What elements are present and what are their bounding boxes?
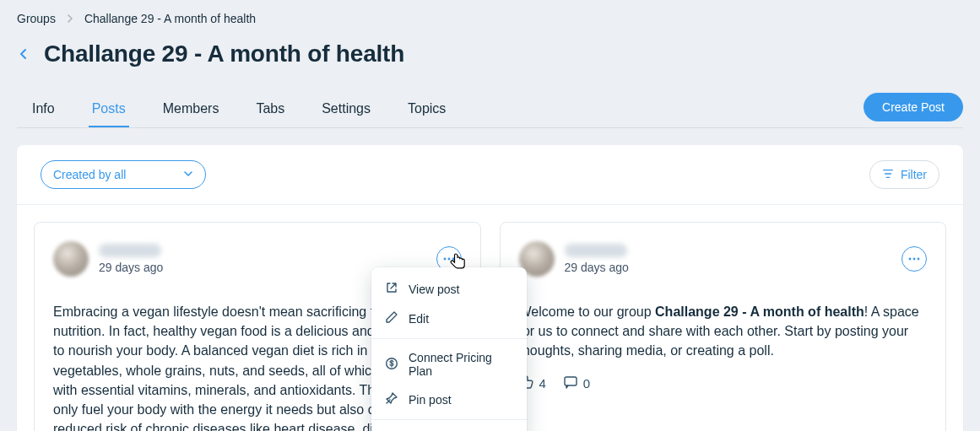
svg-point-1 (447, 258, 450, 261)
menu-label: View post (409, 283, 459, 296)
menu-separator (371, 419, 527, 420)
svg-point-2 (452, 258, 454, 261)
filter-label: Filter (901, 168, 927, 181)
svg-point-4 (913, 258, 916, 261)
back-button[interactable] (17, 47, 30, 61)
menu-delete[interactable]: Delete (371, 425, 527, 431)
post-timestamp: 29 days ago (99, 261, 163, 274)
comment-button[interactable]: 0 (563, 374, 590, 392)
comment-icon (563, 374, 578, 392)
page-title: Challange 29 - A month of health (44, 40, 404, 67)
svg-point-0 (443, 258, 446, 261)
tab-settings[interactable]: Settings (318, 91, 374, 127)
filter-icon (882, 168, 894, 182)
author-name (99, 244, 161, 257)
svg-rect-6 (565, 377, 577, 385)
menu-label: Connect Pricing Plan (409, 351, 513, 378)
create-post-button[interactable]: Create Post (864, 93, 963, 121)
breadcrumb: Groups Challange 29 - A month of health (17, 12, 963, 25)
post-menu-popover: View post Edit Connect Pricing Plan Pin … (371, 267, 527, 431)
pencil-icon (385, 310, 398, 326)
tab-info[interactable]: Info (29, 91, 58, 127)
author-name (565, 244, 627, 257)
tab-tabs[interactable]: Tabs (252, 91, 288, 127)
breadcrumb-current: Challange 29 - A month of health (84, 12, 256, 25)
tabs: Info Posts Members Tabs Settings Topics (17, 91, 449, 127)
menu-view-post[interactable]: View post (371, 274, 527, 304)
menu-label: Edit (409, 312, 429, 326)
menu-label: Pin post (409, 393, 452, 407)
post-timestamp: 29 days ago (565, 261, 629, 274)
menu-connect-pricing[interactable]: Connect Pricing Plan (371, 344, 527, 385)
filter-button[interactable]: Filter (869, 160, 939, 189)
post-card: 29 days ago Welcome to our group Challan… (500, 222, 947, 431)
svg-point-5 (918, 258, 920, 261)
comment-count: 0 (583, 376, 590, 391)
created-by-dropdown[interactable]: Created by all (41, 160, 206, 189)
breadcrumb-groups-link[interactable]: Groups (17, 12, 56, 25)
dollar-icon (385, 357, 398, 373)
chevron-down-icon (183, 168, 193, 181)
avatar (53, 241, 89, 277)
post-body: Welcome to our group Challange 29 - A mo… (519, 302, 928, 361)
like-count: 4 (539, 376, 546, 391)
pin-icon (385, 391, 398, 407)
menu-edit[interactable]: Edit (371, 304, 527, 333)
tab-topics[interactable]: Topics (404, 91, 449, 127)
post-menu-button[interactable] (901, 246, 927, 272)
dropdown-label: Created by all (53, 168, 126, 181)
svg-point-3 (909, 258, 912, 261)
menu-pin-post[interactable]: Pin post (371, 385, 527, 414)
chevron-right-icon (66, 14, 74, 23)
external-link-icon (385, 281, 398, 297)
menu-separator (371, 338, 527, 339)
tab-members[interactable]: Members (160, 91, 223, 127)
tab-posts[interactable]: Posts (89, 91, 129, 127)
